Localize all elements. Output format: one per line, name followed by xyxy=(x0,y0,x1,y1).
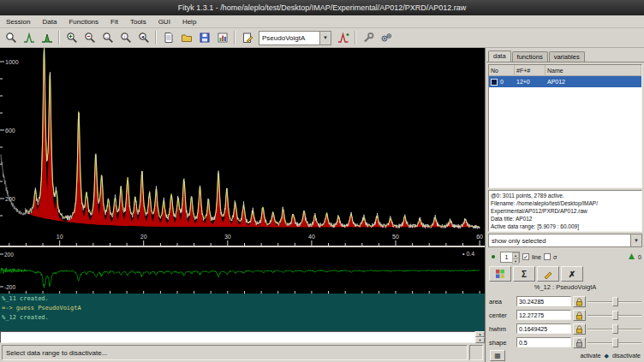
dataset-checkbox[interactable] xyxy=(491,79,498,86)
tab-variables[interactable]: variables xyxy=(549,51,585,62)
area-lock-button[interactable] xyxy=(573,296,586,307)
new-session-button[interactable] xyxy=(159,29,177,46)
menu-fit[interactable]: Fit xyxy=(104,17,124,27)
param-name: area xyxy=(489,298,515,306)
sigma-sum-icon: Σ xyxy=(522,270,527,279)
menu-functions[interactable]: Functions xyxy=(63,17,104,27)
info-line: Active data range: [5.9079 : 60.009] xyxy=(491,223,640,230)
info-line: Filename: /home/aleplo/test/Desktop/IMAP… xyxy=(491,199,640,207)
chevron-down-icon[interactable]: ▼ xyxy=(319,32,331,45)
center-field[interactable] xyxy=(516,310,571,320)
shape-slider[interactable] xyxy=(587,337,641,348)
toolbar-separator xyxy=(355,31,356,45)
dataset-list-header: No #F+# Name xyxy=(489,65,641,76)
hwhm-slider[interactable] xyxy=(587,323,641,335)
line-checkbox[interactable]: ✓ xyxy=(522,253,529,260)
menu-tools[interactable]: Tools xyxy=(124,17,152,27)
tab-functions[interactable]: functions xyxy=(512,51,548,62)
menu-gui[interactable]: GUI xyxy=(152,17,176,27)
menu-help[interactable]: Help xyxy=(176,17,202,27)
floppy-icon xyxy=(199,32,211,44)
mode-zoom-button[interactable] xyxy=(2,29,20,46)
area-field[interactable] xyxy=(516,296,571,306)
input-history-scrollbar[interactable]: ▲ ▼ xyxy=(475,331,485,343)
lock-icon xyxy=(575,311,584,320)
point-style-icon xyxy=(489,252,498,261)
open-file-button[interactable] xyxy=(177,29,195,46)
param-name: hwhm xyxy=(489,325,515,333)
svg-text:↕: ↕ xyxy=(123,34,126,39)
mode-add-peak-button[interactable] xyxy=(38,29,56,46)
add-function-button[interactable] xyxy=(334,29,352,46)
svg-text:↔: ↔ xyxy=(104,34,109,39)
point-size-stepper[interactable]: 1 ▲▼ xyxy=(500,252,520,263)
dataset-name: AP012 xyxy=(546,79,641,85)
zoom-in-button[interactable] xyxy=(63,29,80,46)
stepper-up-icon[interactable]: ▲ xyxy=(512,252,519,258)
command-input[interactable] xyxy=(0,331,475,343)
column-f[interactable]: #F+# xyxy=(515,65,546,76)
svg-text:-200: -200 xyxy=(4,284,15,290)
scroll-up-icon[interactable]: ▲ xyxy=(475,331,485,337)
grid-toggle-button[interactable]: ▦ xyxy=(490,350,505,361)
export-image-button[interactable] xyxy=(213,29,231,46)
svg-text:200: 200 xyxy=(4,252,14,258)
toolbar-separator xyxy=(58,31,60,45)
disactivate-option[interactable]: disactivate xyxy=(612,353,641,359)
mode-data-range-button[interactable] xyxy=(20,29,38,46)
menubar: Session Data Functions Fit Tools GUI Hel… xyxy=(0,15,644,28)
sidebar: data functions variables No #F+# Name 0 … xyxy=(485,48,644,362)
scroll-down-icon[interactable]: ▼ xyxy=(475,337,485,343)
tab-data[interactable]: data xyxy=(488,50,511,62)
column-no[interactable]: No xyxy=(489,65,515,76)
transform-button[interactable] xyxy=(537,266,559,282)
dataset-row[interactable]: 0 12+0 AP012 xyxy=(489,76,641,87)
status-text: Select data range to disactivate... xyxy=(2,345,468,360)
function-type-select[interactable]: PseudoVoigtA ▼ xyxy=(259,31,331,45)
stepper-down-icon[interactable]: ▼ xyxy=(512,258,519,264)
menu-data[interactable]: Data xyxy=(36,17,63,27)
hwhm-lock-button[interactable] xyxy=(573,323,586,335)
magnifier-icon xyxy=(5,32,17,44)
center-lock-button[interactable] xyxy=(573,310,586,321)
zoom-out-button[interactable] xyxy=(80,29,98,46)
delete-button[interactable]: ✗ xyxy=(561,266,583,282)
slider-thumb[interactable] xyxy=(612,297,618,306)
preferences-button[interactable] xyxy=(377,29,395,46)
aux-plot-canvas: 200-200• 0.4 xyxy=(0,247,485,294)
dataset-list[interactable]: No #F+# Name 0 12+0 AP012 xyxy=(488,64,642,188)
marker-icon xyxy=(628,252,635,261)
zoom-horizontal-button[interactable]: ↔ xyxy=(98,29,116,46)
shape-field[interactable] xyxy=(516,337,571,347)
lock-icon xyxy=(575,324,584,334)
statistics-button[interactable]: Σ xyxy=(513,266,535,282)
shape-lock-button[interactable] xyxy=(573,337,586,348)
svg-text:10: 10 xyxy=(57,234,63,240)
settings-button[interactable] xyxy=(359,29,377,46)
sigma-checkbox[interactable] xyxy=(544,253,551,260)
zoom-previous-button[interactable]: ◂ xyxy=(134,29,152,46)
slider-thumb[interactable] xyxy=(612,311,618,320)
slider-thumb[interactable] xyxy=(612,338,618,347)
window-title: Fityk 1.3.1 - /home/aleplo/test/Desktop/… xyxy=(178,3,467,12)
column-name[interactable]: Name xyxy=(546,65,641,76)
area-slider[interactable] xyxy=(587,296,641,307)
save-session-button[interactable] xyxy=(195,29,213,46)
activate-option[interactable]: activate xyxy=(580,353,600,359)
hwhm-field[interactable] xyxy=(516,323,571,334)
slider-thumb[interactable] xyxy=(612,324,618,334)
edit-script-button[interactable] xyxy=(238,29,256,46)
edit-table-button[interactable] xyxy=(489,266,511,282)
main-plot[interactable]: 2006001000102030405060 xyxy=(0,48,485,246)
dataset-f: 12+0 xyxy=(515,79,546,85)
stepper-arrows[interactable]: ▲▼ xyxy=(512,252,519,262)
function-filter-select[interactable]: show only selected ▼ xyxy=(488,234,642,247)
menu-session[interactable]: Session xyxy=(0,17,36,27)
zoom-vertical-button[interactable]: ↕ xyxy=(116,29,134,46)
center-slider[interactable] xyxy=(587,310,641,321)
chevron-down-icon[interactable]: ▼ xyxy=(630,234,641,246)
gears-icon xyxy=(380,32,392,44)
diamond-icon: ◆ xyxy=(605,353,609,359)
aux-plot[interactable]: 200-200• 0.4 xyxy=(0,247,485,294)
svg-text:60: 60 xyxy=(476,234,483,240)
